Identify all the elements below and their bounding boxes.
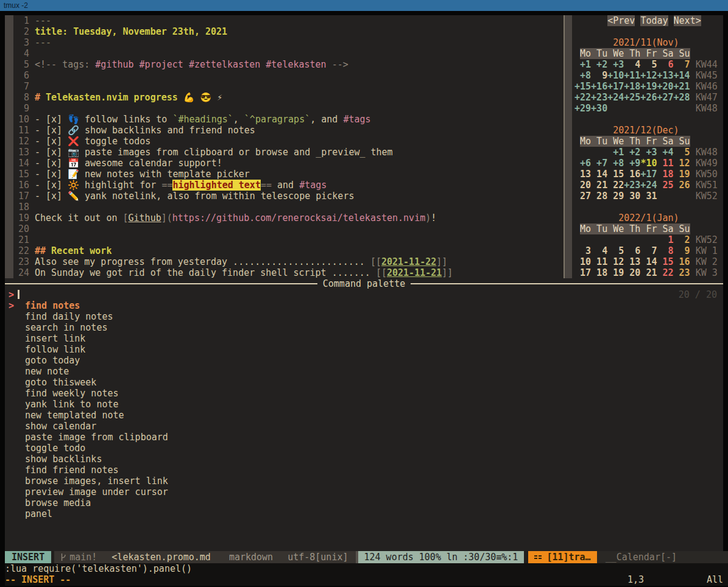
editor-line[interactable]: 24On Sunday we got rid of the daily find… <box>18 267 564 278</box>
calendar-row[interactable]: +15+16+17+18+19+20+21 KW46 <box>574 81 723 92</box>
palette-border-line-left <box>5 283 317 284</box>
editor-line[interactable]: 12- [x] ❌ toggle todos <box>18 136 564 147</box>
line-number: 3 <box>18 37 29 48</box>
palette-item[interactable]: insert link <box>5 333 723 344</box>
palette-item[interactable]: panel <box>5 508 723 519</box>
calendar-row[interactable]: +1 +2 +3 +4 5 KW48 <box>574 147 723 158</box>
prev-button[interactable]: <Prev <box>607 15 635 26</box>
line-number: 12 <box>18 136 29 147</box>
calendar-row[interactable]: Mo Tu We Th Fr Sa Su <box>574 48 723 59</box>
palette-prompt[interactable]: > 20 / 20 <box>5 289 723 300</box>
palette-item[interactable]: paste image from clipboard <box>5 432 723 443</box>
selection-marker <box>9 355 25 366</box>
calendar-row[interactable] <box>574 26 723 37</box>
editor-line[interactable]: 23Also see my progress from yesterday ..… <box>18 256 564 267</box>
line-number: 9 <box>18 103 29 114</box>
editor-line[interactable]: 21 <box>18 234 564 245</box>
line-number: 11 <box>18 125 29 136</box>
calendar-body[interactable]: <Prev Today Next> 2021/11(Nov) Mo Tu We … <box>572 15 723 278</box>
calendar-row[interactable]: +1 +2 +3 4 5 6 7 KW44 <box>574 59 723 70</box>
editor-line[interactable]: 5<!-- tags: #github #project #zettelkast… <box>18 59 564 70</box>
tmux-title: tmux -2 <box>4 1 28 10</box>
calendar-row[interactable]: Mo Tu We Th Fr Sa Su <box>574 223 723 234</box>
calendar-row[interactable]: <Prev Today Next> <box>574 15 723 26</box>
editor-line[interactable]: 11- [x] 🔗 show backlinks and friend note… <box>18 125 564 136</box>
palette-item-label: browse media <box>25 497 91 508</box>
editor-buffer[interactable]: 1---2title: Tuesday, November 23th, 2021… <box>13 15 564 278</box>
calendar-row[interactable]: 2021/12(Dec) <box>574 125 723 136</box>
calendar-row[interactable]: +6 +7 +8 +9*10 11 12 KW49 <box>574 158 723 169</box>
line-number: 22 <box>18 245 29 256</box>
line-number: 15 <box>18 169 29 180</box>
palette-item[interactable]: show calendar <box>5 421 723 432</box>
calendar-row[interactable]: 3 4 5 6 7 8 9 KW 1 <box>574 245 723 256</box>
palette-item[interactable]: find daily notes <box>5 311 723 322</box>
palette-item[interactable]: goto thisweek <box>5 377 723 388</box>
trailing-whitespace-warning: [11]tra… <box>528 551 596 563</box>
insert-mode-label: -- INSERT -- <box>5 574 71 585</box>
editor-line[interactable]: 3--- <box>18 37 564 48</box>
editor-line[interactable]: 14- [x] 📅 awesome calendar support! <box>18 158 564 169</box>
next-button[interactable]: Next> <box>674 15 701 26</box>
palette-item[interactable]: new templated note <box>5 410 723 421</box>
editor-line[interactable]: 1--- <box>18 15 564 26</box>
palette-item[interactable]: search in notes <box>5 322 723 333</box>
calendar-row[interactable]: 10 11 12 13 14 15 16 KW 2 <box>574 256 723 267</box>
palette-item-label: find weekly notes <box>25 388 119 399</box>
editor-line[interactable]: 20 <box>18 223 564 234</box>
palette-item[interactable]: new note <box>5 366 723 377</box>
palette-item[interactable]: preview image under cursor <box>5 487 723 497</box>
calendar-row[interactable] <box>574 202 723 213</box>
selection-marker <box>9 465 25 476</box>
filetype: markdown <box>229 551 273 563</box>
file-encoding: utf-8[unix] <box>288 551 348 563</box>
line-number: 19 <box>18 213 29 223</box>
editor-line[interactable]: 18 <box>18 202 564 213</box>
editor-line[interactable]: 7 <box>18 81 564 92</box>
calendar-row[interactable]: 27 28 29 30 31 KW52 <box>574 191 723 202</box>
editor-line[interactable]: 9 <box>18 103 564 114</box>
palette-item[interactable]: find friend notes <box>5 465 723 476</box>
palette-item[interactable]: goto today <box>5 355 723 366</box>
palette-item[interactable]: follow link <box>5 344 723 355</box>
palette-item[interactable]: browse images, insert link <box>5 476 723 487</box>
calendar-row[interactable]: 13 14 15 16+17 18 19 KW50 <box>574 169 723 180</box>
calendar-left-strip <box>565 15 572 278</box>
calendar-row[interactable]: 1 2 KW52 <box>574 234 723 245</box>
palette-item[interactable]: yank link to note <box>5 399 723 410</box>
editor-line[interactable]: 8# Telekasten.nvim progress 💪 😎 ⚡ <box>18 92 564 103</box>
calendar-row[interactable]: 2022/1(Jan) <box>574 213 723 223</box>
palette-item[interactable]: show backlinks <box>5 454 723 465</box>
palette-item[interactable]: find weekly notes <box>5 388 723 399</box>
palette-item-label: follow link <box>25 344 85 355</box>
editor-line[interactable]: 22## Recent work <box>18 245 564 256</box>
palette-item[interactable]: browse media <box>5 497 723 508</box>
calendar-row[interactable]: 17 18 19 20 21 22 23 KW 3 <box>574 267 723 278</box>
terminal-screen: tmux -2 1---2title: Tuesday, November 23… <box>0 0 728 587</box>
palette-item-selected[interactable]: >find notes <box>5 300 723 311</box>
selection-marker <box>9 377 25 388</box>
today-button[interactable]: Today <box>640 15 668 26</box>
editor-line[interactable]: 4 <box>18 48 564 59</box>
selection-marker <box>9 388 25 399</box>
editor-line[interactable]: 10- [x] 👣 follow links to `#headings`, `… <box>18 114 564 125</box>
editor-line[interactable]: 2title: Tuesday, November 23th, 2021 <box>18 26 564 37</box>
editor-line[interactable]: 13- [x] 📷 paste images from clipboard or… <box>18 147 564 158</box>
command-line[interactable]: :lua require('telekasten').panel() <box>5 563 728 574</box>
editor-line[interactable]: 6 <box>18 70 564 81</box>
palette-item-label: search in notes <box>25 322 107 333</box>
editor-line[interactable]: 15- [x] 📝 new notes with template picker <box>18 169 564 180</box>
palette-item-label: panel <box>25 508 52 519</box>
result-counter: 20 / 20 <box>679 289 717 300</box>
calendar-row[interactable]: 20 21 22+23+24 25 26 KW51 <box>574 180 723 191</box>
editor-line[interactable]: 16- [x] 🔆 highlight for ==highlighted te… <box>18 180 564 191</box>
editor-line[interactable]: 17- [x] ✏️ yank notelink, also from with… <box>18 191 564 202</box>
calendar-row[interactable]: +29+30 KW48 <box>574 103 723 114</box>
calendar-row[interactable]: 2021/11(Nov) <box>574 37 723 48</box>
calendar-row[interactable]: +8 9+10+11+12+13+14 KW45 <box>574 70 723 81</box>
editor-line[interactable]: 19Check it out on [Github](https://githu… <box>18 213 564 223</box>
calendar-row[interactable]: Mo Tu We Th Fr Sa Su <box>574 136 723 147</box>
calendar-row[interactable] <box>574 114 723 125</box>
palette-item[interactable]: toggle todo <box>5 443 723 454</box>
calendar-row[interactable]: +22+23+24+25+26+27+28 KW47 <box>574 92 723 103</box>
